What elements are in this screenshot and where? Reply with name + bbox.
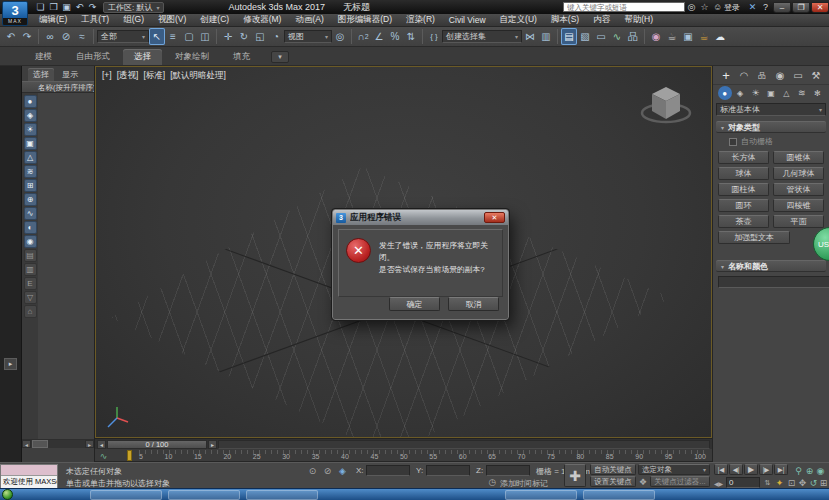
viewport-pov-menu[interactable]: [透视] bbox=[117, 70, 139, 82]
tab-display[interactable]: 显示 bbox=[57, 68, 83, 81]
user-icon[interactable]: ☺ bbox=[711, 1, 724, 13]
material-editor-icon[interactable]: ◉ bbox=[648, 28, 664, 45]
primitive-category-dropdown[interactable]: 标准基本体 ▾ bbox=[716, 103, 826, 116]
select-object-icon[interactable]: ↖ bbox=[149, 28, 165, 45]
rollout-name-color[interactable]: ▾ 名称和颜色 bbox=[716, 260, 826, 272]
display-xrefs-icon[interactable]: ⊕ bbox=[24, 193, 37, 206]
category-helpers-icon[interactable]: △ bbox=[779, 86, 793, 100]
selection-filter-dropdown[interactable]: 全部 ▾ bbox=[97, 30, 149, 43]
taskbar-button[interactable] bbox=[90, 490, 162, 500]
category-spacewarps-icon[interactable]: ≋ bbox=[795, 86, 809, 100]
align-icon[interactable]: ▥ bbox=[538, 28, 554, 45]
display-lights-icon[interactable]: ☀ bbox=[24, 123, 37, 136]
ribbon-tab[interactable]: 选择 bbox=[123, 49, 162, 65]
dock-expand-button[interactable]: ▸ bbox=[4, 358, 17, 370]
keying-target-dropdown[interactable]: 选定对象 ▾ bbox=[638, 464, 710, 475]
macro-recorder-pane[interactable] bbox=[1, 465, 57, 476]
menu-item[interactable]: 图形编辑器(D) bbox=[331, 14, 399, 26]
time-slider-handle[interactable]: 0 / 100 bbox=[107, 440, 207, 449]
time-slider-track[interactable] bbox=[218, 440, 710, 449]
tab-modify-icon[interactable]: ◠ bbox=[737, 68, 751, 82]
bind-to-spacewarp-icon[interactable]: ≈ bbox=[74, 28, 90, 45]
menu-item[interactable]: 视图(V) bbox=[151, 14, 193, 26]
taskbar-button[interactable] bbox=[505, 490, 577, 500]
maximize-button[interactable]: ❐ bbox=[792, 2, 810, 13]
open-file-icon[interactable]: ❒ bbox=[47, 1, 60, 13]
go-to-start-icon[interactable]: |◀ bbox=[714, 464, 728, 475]
tab-motion-icon[interactable]: ◉ bbox=[773, 68, 787, 82]
select-and-manipulate-icon[interactable]: ◔ bbox=[268, 28, 284, 45]
cancel-button[interactable]: 取消 bbox=[448, 297, 499, 311]
new-file-icon[interactable]: ❏ bbox=[34, 1, 47, 13]
edit-named-sets-icon[interactable]: { } bbox=[426, 28, 442, 45]
primitive-button[interactable]: 长方体 bbox=[718, 151, 769, 164]
3dsmax-logo-icon[interactable]: 3 MAX bbox=[2, 1, 28, 26]
undo-icon[interactable]: ↶ bbox=[3, 28, 19, 45]
ok-button[interactable]: 确定 bbox=[389, 297, 440, 311]
viewport-shading-menu[interactable]: [默认明暗处理] bbox=[170, 70, 226, 82]
listener-pane[interactable]: 欢迎使用 MAXScript bbox=[1, 476, 57, 488]
mini-curve-editor-icon[interactable]: ∿ bbox=[97, 450, 110, 461]
select-and-move-icon[interactable]: ✛ bbox=[220, 28, 236, 45]
set-key-button[interactable]: 设置关键点 bbox=[590, 476, 636, 487]
toggle-layer-explorer-icon[interactable]: ▧ bbox=[577, 28, 593, 45]
next-frame-icon[interactable]: ▸ bbox=[208, 440, 217, 449]
play-button-icon[interactable]: ▶ bbox=[744, 464, 758, 475]
angle-snap-icon[interactable]: ∠ bbox=[371, 28, 387, 45]
tab-create-icon[interactable]: + bbox=[719, 68, 733, 82]
curve-editor-icon[interactable]: ∿ bbox=[609, 28, 625, 45]
primitive-button[interactable]: 平面 bbox=[773, 215, 824, 228]
display-groups-icon[interactable]: ⊞ bbox=[24, 179, 37, 192]
communication-center-icon[interactable]: ✕ bbox=[746, 1, 759, 13]
primitive-button[interactable]: 圆锥体 bbox=[773, 151, 824, 164]
scroll-right-icon[interactable]: ▸ bbox=[85, 440, 94, 448]
dialog-titlebar[interactable]: 3 应用程序错误 ✕ bbox=[333, 210, 508, 225]
viewport-general-menu[interactable]: [+] bbox=[102, 70, 112, 82]
set-keys-button[interactable]: ✚ bbox=[564, 464, 586, 487]
named-selection-sets-dropdown[interactable]: 创建选择集 ▾ bbox=[442, 30, 522, 43]
menu-item[interactable]: 工具(T) bbox=[74, 14, 116, 26]
workspace-dropdown[interactable]: 工作区: 默认 ▾ bbox=[103, 2, 164, 13]
scroll-left-icon[interactable]: ◂ bbox=[22, 440, 31, 448]
undo-icon[interactable]: ↶ bbox=[73, 1, 86, 13]
name-column-header[interactable]: 名称(按升序排序) bbox=[22, 81, 94, 93]
tab-select[interactable]: 选择 bbox=[28, 68, 54, 81]
primitive-button[interactable]: 圆环 bbox=[718, 199, 769, 212]
reference-coordinate-dropdown[interactable]: 视图 ▾ bbox=[284, 30, 332, 43]
dialog-close-icon[interactable]: ✕ bbox=[484, 212, 505, 223]
taskbar-button[interactable] bbox=[168, 490, 240, 500]
taskbar-button[interactable] bbox=[246, 490, 318, 500]
rollout-object-type[interactable]: ▾ 对象类型 bbox=[716, 121, 826, 133]
toggle-scene-explorer-icon[interactable]: ▤ bbox=[561, 28, 577, 45]
redo-icon[interactable]: ↷ bbox=[86, 1, 99, 13]
select-by-name-icon[interactable]: ≡ bbox=[165, 28, 181, 45]
select-and-rotate-icon[interactable]: ↻ bbox=[236, 28, 252, 45]
menu-item[interactable]: 内容 bbox=[586, 14, 617, 26]
time-tag-clock-icon[interactable]: ◷ bbox=[486, 476, 499, 488]
primitive-button[interactable]: 管状体 bbox=[773, 183, 824, 196]
display-cameras-icon[interactable]: ▣ bbox=[24, 137, 37, 150]
auto-key-button[interactable]: 自动关键点 bbox=[590, 464, 636, 475]
percent-snap-icon[interactable]: % bbox=[387, 28, 403, 45]
spinner-snap-icon[interactable]: ⇅ bbox=[403, 28, 419, 45]
category-shapes-icon[interactable]: ◈ bbox=[733, 86, 747, 100]
viewcube[interactable] bbox=[637, 81, 695, 127]
taskbar-button[interactable] bbox=[583, 490, 655, 500]
menu-item[interactable]: Civil View bbox=[442, 15, 493, 25]
menu-item[interactable]: 动画(A) bbox=[288, 14, 330, 26]
display-shapes-icon[interactable]: ◈ bbox=[24, 109, 37, 122]
menu-item[interactable]: 组(G) bbox=[116, 14, 151, 26]
ribbon-tab[interactable]: 自由形式 bbox=[65, 49, 121, 65]
category-geometry-icon[interactable]: ● bbox=[718, 86, 732, 100]
selection-lock-icon[interactable]: ⊘ bbox=[321, 465, 334, 477]
current-frame-marker[interactable] bbox=[127, 450, 132, 461]
menu-item[interactable]: 脚本(S) bbox=[544, 14, 586, 26]
explorer-horizontal-scrollbar[interactable]: ◂ ▸ bbox=[22, 439, 94, 448]
isolate-selection-icon[interactable]: ⊙ bbox=[306, 465, 319, 477]
category-cameras-icon[interactable]: ▣ bbox=[764, 86, 778, 100]
redo-icon[interactable]: ↷ bbox=[19, 28, 35, 45]
archive-icon[interactable]: ⌂ bbox=[24, 305, 37, 318]
favorites-icon[interactable]: ☆ bbox=[698, 1, 711, 13]
render-setup-icon[interactable]: ☕ bbox=[664, 28, 680, 45]
list-view-icon[interactable]: ▤ bbox=[24, 249, 37, 262]
